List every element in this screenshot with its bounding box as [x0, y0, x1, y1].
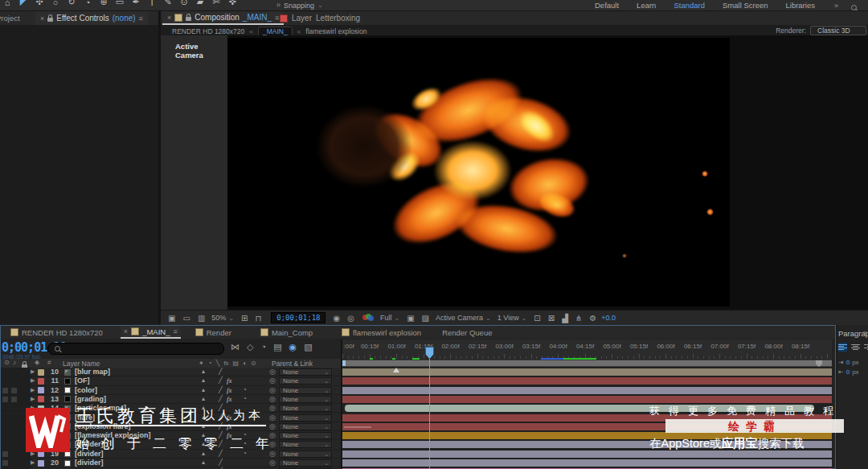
tab-effect-controls[interactable]: × Effect Controls (none) ≡ — [35, 11, 148, 25]
track-area[interactable] — [342, 431, 832, 439]
twirl-arrow-icon[interactable]: ▶ — [31, 441, 35, 447]
shy-switch[interactable]: ▴ — [202, 368, 205, 375]
indent-left-field[interactable]: ⇥ 0 px — [838, 359, 859, 366]
fx-switch[interactable]: fx — [227, 376, 232, 385]
quality-switch[interactable]: ╱ — [219, 459, 223, 466]
parent-dropdown[interactable]: None⌄ — [279, 459, 332, 467]
layer-duration-bar[interactable] — [342, 368, 832, 376]
av-toggle-cells[interactable] — [1, 386, 31, 394]
layer-duration-bar[interactable] — [342, 377, 832, 385]
timeline-tab-flameswirl-explosion[interactable]: flameswirl explosion — [338, 326, 424, 339]
shy-switch[interactable]: ▴ — [202, 422, 205, 430]
parent-dropdown[interactable]: None⌄ — [279, 441, 332, 448]
close-icon[interactable]: × — [40, 14, 44, 23]
layer-label-swatch[interactable] — [38, 460, 44, 467]
fx-switch[interactable]: fx — [227, 413, 232, 422]
frame-blending-icon[interactable]: ▤ — [273, 342, 281, 352]
search-workspace-icon[interactable] — [851, 5, 857, 10]
layer-label-swatch[interactable] — [38, 433, 44, 439]
layer-name[interactable]: [particles.mp4] — [75, 404, 126, 412]
toggle-square[interactable] — [2, 451, 8, 457]
shy-switch[interactable]: ▴ — [202, 450, 205, 457]
parent-pickwhip-icon[interactable]: ◎ — [269, 450, 276, 458]
timeline-divider[interactable] — [341, 339, 342, 468]
layer-row-16[interactable]: ▶16[explosion flare]▴╱fx◎None⌄ — [1, 422, 832, 431]
layer-name[interactable]: [flare] — [75, 413, 95, 422]
clone-stamp-tool-icon[interactable]: ⊙ — [178, 0, 190, 7]
work-area-bar[interactable] — [342, 360, 832, 367]
layer-name[interactable]: [divider] — [75, 450, 104, 458]
align-left-button[interactable] — [838, 343, 847, 352]
preview-timecode[interactable]: 0;00;01;18 — [271, 312, 326, 323]
shy-layers-icon[interactable]: ◔ — [260, 342, 266, 352]
motion-blur-icon[interactable]: ◉ — [289, 342, 297, 352]
twirl-arrow-icon[interactable]: ▶ — [31, 377, 35, 384]
layer-duration-bar[interactable] — [345, 405, 814, 412]
layer-name[interactable]: [explosion flare] — [75, 422, 131, 430]
track-area[interactable] — [342, 440, 832, 448]
comp-mini-flowchart-icon[interactable]: ⋈ — [231, 342, 240, 352]
align-right-button[interactable] — [864, 343, 868, 352]
indent-first-field[interactable]: ⇤ 0 px — [838, 368, 859, 376]
layer-label-swatch[interactable] — [38, 387, 44, 393]
parent-dropdown[interactable]: None⌄ — [279, 368, 332, 376]
shape-tool-icon[interactable]: ▭ — [114, 0, 125, 7]
track-area[interactable] — [342, 386, 832, 394]
home-tool-icon[interactable]: ⌂ — [2, 0, 13, 7]
rotation-tool-icon[interactable]: ◔ — [82, 0, 93, 7]
workspace-learn[interactable]: Learn — [637, 1, 656, 10]
layer-name[interactable]: [blur map] — [75, 368, 110, 376]
layer-label-swatch[interactable] — [38, 450, 44, 457]
track-area[interactable] — [342, 459, 832, 467]
twirl-arrow-icon[interactable]: ▶ — [31, 405, 35, 411]
workspace-default[interactable]: Default — [595, 1, 619, 10]
layer-label-swatch[interactable] — [38, 423, 44, 430]
composition-canvas[interactable] — [227, 38, 730, 306]
quality-switch[interactable]: ╱ — [219, 450, 223, 457]
av-toggle-cells[interactable] — [1, 376, 31, 385]
tab-composition[interactable]: × Composition _MAIN_ ≡ — [162, 11, 284, 25]
type-tool-icon[interactable]: T — [146, 0, 158, 7]
timeline-tab-render-hd-1280x720[interactable]: RENDER HD 1280x720 — [7, 326, 106, 339]
workspace-small-screen[interactable]: Small Screen — [723, 1, 768, 10]
time-ruler[interactable]: :00f00:15f01:00f01:15f02:00f02:15f03:00f… — [342, 339, 832, 359]
layer-name-column-label[interactable]: Layer Name — [63, 360, 100, 368]
parent-pickwhip-icon[interactable]: ◎ — [269, 395, 276, 403]
fast-previews-icon[interactable]: ⊠ — [548, 314, 555, 323]
flowchart-button-icon[interactable]: ⋔ — [575, 314, 582, 323]
twirl-arrow-icon[interactable]: ▶ — [31, 396, 35, 402]
layer-name[interactable]: [OF] — [75, 376, 90, 385]
timeline-tab-render[interactable]: Render — [192, 326, 235, 339]
motion-blur-switch[interactable]: ◔ — [243, 440, 247, 447]
av-toggle-cells[interactable] — [1, 395, 31, 403]
parent-pickwhip-icon[interactable]: ◎ — [269, 386, 276, 394]
parent-dropdown[interactable]: None⌄ — [279, 377, 332, 385]
tab-project[interactable]: Project — [0, 14, 20, 23]
layer-row-18[interactable]: ▶18[divider]▴╱◔◎None⌄ — [1, 440, 832, 449]
eraser-tool-icon[interactable]: ▰ — [194, 0, 206, 7]
zoom-tool-icon[interactable]: ○ — [50, 0, 61, 7]
panel-menu-icon[interactable]: ≡ — [139, 14, 143, 23]
parent-pickwhip-icon[interactable]: ◎ — [269, 413, 276, 422]
pan-behind-tool-icon[interactable]: ⊕ — [98, 0, 109, 7]
roto-brush-tool-icon[interactable]: ✄ — [211, 0, 222, 7]
renderer-button[interactable]: Classic 3D — [810, 26, 866, 35]
parent-dropdown[interactable]: None⌄ — [279, 414, 332, 422]
work-area-start-handle[interactable] — [342, 360, 346, 366]
exposure-reset-icon[interactable]: ⚙ — [589, 314, 596, 323]
av-toggle-cells[interactable] — [1, 404, 31, 412]
layer-row-20[interactable]: ▶20[divider]▴╱◎None⌄ — [1, 459, 832, 467]
toggle-square[interactable] — [11, 397, 17, 402]
magnification-dropdown[interactable]: 50%⌄ — [211, 314, 234, 322]
fx-switch[interactable]: fx — [227, 422, 232, 430]
grid-options-icon[interactable]: ⊞ — [241, 314, 248, 323]
twirl-arrow-icon[interactable]: ▶ — [31, 368, 35, 375]
twirl-arrow-icon[interactable]: ▶ — [31, 459, 35, 466]
pixel-aspect-icon[interactable]: ⊡ — [534, 314, 540, 323]
panel-menu-icon[interactable]: ≡ — [173, 327, 177, 335]
workspace-libraries[interactable]: Libraries — [785, 1, 814, 10]
track-area[interactable] — [342, 422, 832, 430]
layer-duration-bar[interactable] — [342, 396, 832, 403]
motion-blur-switch[interactable]: ◔ — [243, 386, 247, 393]
draft-3d-icon[interactable]: ◇ — [247, 342, 253, 352]
